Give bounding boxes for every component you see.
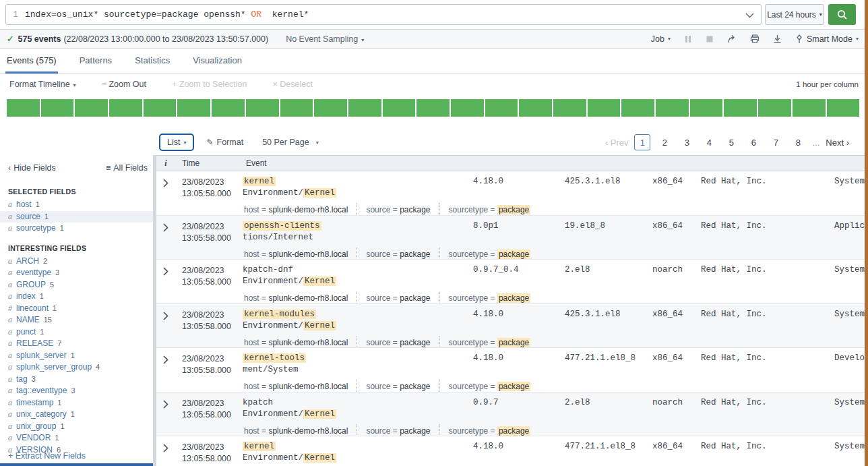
print-button[interactable]	[750, 34, 760, 43]
list-view-button[interactable]: List▾	[159, 134, 194, 151]
source-field[interactable]: source = package	[366, 426, 430, 436]
host-field[interactable]: host = splunk-demo-rh8.local	[244, 250, 348, 259]
next-page-button[interactable]: Next ›	[826, 138, 849, 148]
timeline-bar[interactable]	[588, 99, 621, 117]
pause-button[interactable]	[684, 35, 692, 43]
page-number-button[interactable]: 4	[701, 134, 717, 150]
event-expand-button[interactable]	[156, 260, 175, 303]
host-field[interactable]: host = splunk-demo-rh8.local	[244, 382, 348, 391]
search-mode-selector[interactable]: Smart Mode▾	[795, 34, 859, 44]
field-link[interactable]: RELEASE	[16, 339, 53, 349]
timeline-bar[interactable]	[212, 99, 245, 117]
event-expand-button[interactable]	[156, 304, 175, 348]
timeline-bar[interactable]	[144, 99, 177, 117]
field-link[interactable]: splunk_server	[16, 351, 67, 361]
host-field[interactable]: host = splunk-demo-rh8.local	[244, 426, 348, 436]
sidebar-field-item[interactable]: atag::eventtype3	[0, 385, 156, 397]
timeline-bar[interactable]	[75, 99, 108, 117]
field-link[interactable]: tag	[16, 374, 28, 385]
timeline-bar[interactable]	[314, 99, 347, 117]
sidebar-field-item[interactable]: aARCH2	[0, 256, 156, 268]
page-number-button[interactable]: 1	[634, 134, 650, 150]
field-link[interactable]: NAME	[16, 315, 40, 326]
export-button[interactable]	[773, 34, 782, 43]
timeline-bar[interactable]	[177, 99, 210, 117]
event-expand-button[interactable]	[156, 436, 175, 466]
timeline-bar[interactable]	[656, 99, 689, 117]
timeline-bar[interactable]	[519, 99, 552, 117]
timeline-bar[interactable]	[690, 99, 723, 117]
timeline-bar[interactable]	[827, 99, 860, 117]
sidebar-field-item[interactable]: atag3	[0, 374, 156, 386]
field-link[interactable]: punct	[16, 327, 36, 338]
field-link[interactable]: tag::eventtype	[16, 386, 67, 397]
timeline-bar[interactable]	[758, 99, 791, 117]
timeline-bar[interactable]	[383, 99, 416, 117]
sidebar-field-item[interactable]: aunix_group1	[0, 421, 156, 433]
sidebar-field-item[interactable]: ahost1	[0, 199, 156, 211]
page-number-button[interactable]: 6	[745, 134, 762, 150]
timeline-bar[interactable]	[246, 99, 279, 117]
field-link[interactable]: unix_category	[16, 409, 67, 420]
prev-page-button[interactable]: ‹ Prev	[605, 138, 629, 148]
timeline-bar[interactable]	[7, 99, 40, 117]
sidebar-field-item[interactable]: asource1	[0, 211, 156, 223]
timeline-bar[interactable]	[348, 99, 381, 117]
sidebar-field-item[interactable]: apunct1	[0, 326, 156, 339]
sidebar-field-item[interactable]: atimestamp1	[0, 397, 156, 409]
event-sampling-menu[interactable]: No Event Sampling▾	[286, 34, 364, 44]
source-field[interactable]: source = package	[366, 382, 430, 391]
chevron-down-icon[interactable]	[745, 13, 754, 18]
host-field[interactable]: host = splunk-demo-rh8.local	[244, 205, 348, 214]
sidebar-field-item[interactable]: #linecount1	[0, 303, 156, 315]
sidebar-field-item[interactable]: aNAME15	[0, 314, 156, 326]
event-expand-button[interactable]	[156, 171, 175, 215]
hide-fields-button[interactable]: ‹Hide Fields	[8, 163, 56, 173]
sidebar-field-item[interactable]: asplunk_server_group4	[0, 361, 156, 374]
all-fields-button[interactable]: ≡All Fields	[106, 163, 148, 173]
timeline-bar[interactable]	[416, 99, 450, 117]
sidebar-field-item[interactable]: aVENDOR1	[0, 432, 156, 444]
field-link[interactable]: host	[16, 200, 32, 210]
format-results-button[interactable]: ✎Format	[206, 138, 243, 147]
sourcetype-field[interactable]: sourcetype = package	[449, 382, 531, 391]
timeline-bar[interactable]	[109, 99, 142, 117]
field-link[interactable]: ARCH	[16, 256, 39, 267]
event-expand-button[interactable]	[156, 392, 175, 436]
sidebar-field-item[interactable]: aindex1	[0, 291, 156, 303]
zoom-out-button[interactable]: − Zoom Out	[102, 80, 146, 89]
deselect-button[interactable]: × Deselect	[273, 80, 313, 89]
timeline-bar[interactable]	[451, 99, 484, 117]
page-number-button[interactable]: 3	[679, 134, 695, 150]
field-link[interactable]: timestamp	[16, 398, 53, 409]
sidebar-field-item[interactable]: aGROUP5	[0, 279, 156, 291]
sidebar-field-item[interactable]: asplunk_server1	[0, 350, 156, 362]
field-link[interactable]: splunk_server_group	[16, 362, 92, 373]
search-query-text[interactable]: index=os_unix* sourcetype=package openss…	[25, 9, 309, 20]
field-link[interactable]: unix_group	[16, 421, 56, 432]
timeline-bar[interactable]	[724, 99, 757, 117]
timeline-bar[interactable]	[793, 99, 826, 117]
timeline-bar[interactable]	[621, 99, 654, 117]
page-number-button[interactable]: 8	[790, 134, 806, 150]
sourcetype-field[interactable]: sourcetype = package	[449, 426, 531, 436]
sourcetype-field[interactable]: sourcetype = package	[449, 205, 531, 214]
time-range-picker[interactable]: Last 24 hours ▾	[765, 4, 824, 25]
field-link[interactable]: sourcetype	[16, 223, 56, 234]
field-link[interactable]: GROUP	[16, 280, 46, 291]
page-number-button[interactable]: 5	[723, 134, 739, 150]
timeline-bar[interactable]	[553, 99, 586, 117]
sidebar-field-item[interactable]: aeventtype3	[0, 267, 156, 279]
page-number-button[interactable]: 7	[768, 134, 784, 150]
field-link[interactable]: linecount	[16, 303, 49, 314]
event-expand-button[interactable]	[156, 348, 175, 392]
field-link[interactable]: eventtype	[16, 268, 51, 279]
host-field[interactable]: host = splunk-demo-rh8.local	[244, 293, 348, 303]
tab[interactable]: Patterns	[78, 49, 113, 74]
job-menu[interactable]: Job▾	[651, 34, 671, 44]
source-field[interactable]: source = package	[366, 205, 430, 214]
sourcetype-field[interactable]: sourcetype = package	[449, 293, 531, 303]
sidebar-field-item[interactable]: aRELEASE7	[0, 338, 156, 350]
share-button[interactable]	[727, 34, 737, 43]
source-field[interactable]: source = package	[366, 338, 430, 347]
